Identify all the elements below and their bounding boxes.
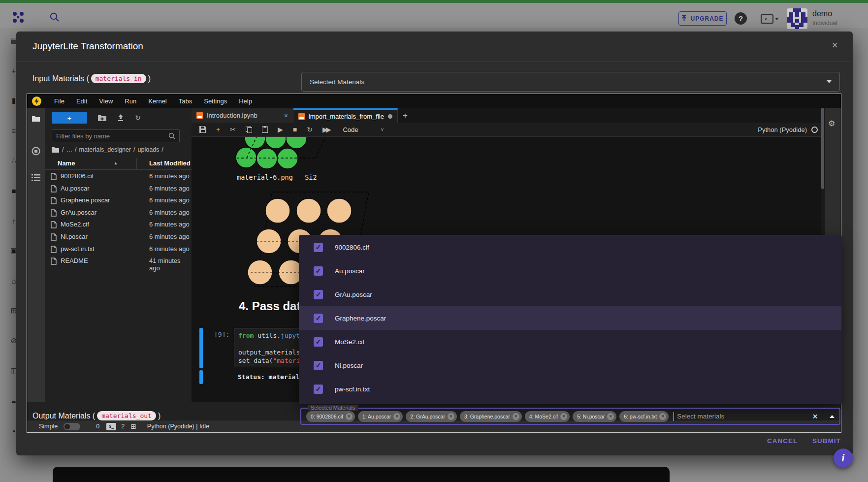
table-row[interactable]: 9002806.cif6 minutes ago bbox=[45, 170, 192, 183]
help-button[interactable]: ? bbox=[735, 12, 747, 25]
material-chip[interactable]: 6: pw-scf.in.txt× bbox=[619, 411, 669, 422]
dropdown-option[interactable]: ✓Ni.poscar bbox=[299, 353, 841, 377]
menu-edit[interactable]: Edit bbox=[70, 97, 93, 105]
chip-delete-icon[interactable]: × bbox=[346, 413, 353, 420]
table-row[interactable]: README41 minutes ago bbox=[45, 255, 192, 267]
table-row[interactable]: Graphene.poscar6 minutes ago bbox=[45, 194, 192, 207]
output-materials-select[interactable]: Selected Materials 0: 9002806.cif×1: Au.… bbox=[300, 408, 840, 425]
dropdown-option[interactable]: ✓pw-scf.in.txt bbox=[299, 377, 841, 401]
gear-icon[interactable]: ⚙ bbox=[828, 119, 835, 128]
menu-help[interactable]: Help bbox=[233, 97, 258, 105]
table-row[interactable]: Ni.poscar6 minutes ago bbox=[45, 231, 192, 243]
material-chip[interactable]: 2: GrAu.poscar× bbox=[406, 411, 457, 422]
close-icon[interactable]: × bbox=[284, 112, 288, 120]
tab-introduction[interactable]: Introduction.ipynb × bbox=[192, 108, 293, 123]
selected-materials-select[interactable]: Selected Materials bbox=[301, 72, 840, 92]
menu-view[interactable]: View bbox=[93, 97, 119, 105]
menu-file[interactable]: File bbox=[48, 97, 70, 105]
save-icon[interactable] bbox=[199, 126, 206, 133]
table-row[interactable]: GrAu.poscar6 minutes ago bbox=[45, 207, 192, 219]
material-chip[interactable]: 5: Ni.poscar× bbox=[573, 411, 616, 422]
copy-icon[interactable] bbox=[246, 126, 252, 133]
stop-icon[interactable]: ■ bbox=[293, 126, 297, 133]
table-row[interactable]: Au.poscar6 minutes ago bbox=[45, 183, 192, 195]
close-icon[interactable]: × bbox=[832, 40, 838, 51]
chip-delete-icon[interactable]: × bbox=[448, 413, 454, 420]
info-fab-button[interactable]: i bbox=[834, 449, 853, 468]
column-name[interactable]: Name bbox=[58, 160, 75, 167]
new-tab-button[interactable]: + bbox=[398, 108, 413, 123]
folder-icon[interactable] bbox=[52, 147, 59, 153]
new-launcher-button[interactable]: + bbox=[52, 112, 87, 124]
breadcrumb-segment[interactable]: materials_designer bbox=[79, 146, 131, 153]
brand-logo-icon[interactable] bbox=[12, 11, 25, 24]
running-kernels-tab-icon[interactable] bbox=[31, 146, 41, 156]
kernel-status-text[interactable]: Python (Pyodide) | Idle bbox=[147, 423, 209, 430]
dropdown-option[interactable]: ✓9002806.cif bbox=[299, 235, 841, 259]
cell-selected-bar[interactable] bbox=[199, 328, 203, 368]
file-icon bbox=[51, 233, 57, 241]
cell-type-select[interactable]: Code bbox=[343, 126, 358, 133]
chevron-up-icon[interactable] bbox=[830, 415, 835, 418]
scrollbar-thumb[interactable] bbox=[821, 108, 824, 189]
material-chip[interactable]: 1: Au.poscar× bbox=[358, 411, 403, 422]
select-input[interactable]: Select materials bbox=[677, 413, 809, 420]
checkbox-checked-icon[interactable]: ✓ bbox=[314, 361, 323, 370]
output-selected-bar[interactable] bbox=[199, 370, 203, 384]
checkbox-checked-icon[interactable]: ✓ bbox=[314, 385, 323, 394]
material-chip[interactable]: 3: Graphene.poscar× bbox=[460, 411, 522, 422]
run-all-icon[interactable]: ▶▶ bbox=[322, 126, 329, 133]
user-name[interactable]: demo bbox=[812, 9, 832, 18]
breadcrumb-segment[interactable]: … bbox=[66, 146, 72, 153]
clear-all-icon[interactable]: × bbox=[812, 411, 818, 422]
search-icon[interactable] bbox=[49, 12, 60, 23]
user-avatar[interactable] bbox=[787, 8, 807, 29]
menu-tabs[interactable]: Tabs bbox=[173, 97, 198, 105]
upgrade-button[interactable]: UPGRADE bbox=[678, 11, 727, 26]
filter-files-input[interactable]: Filter files by name bbox=[52, 129, 180, 142]
chip-delete-icon[interactable]: × bbox=[659, 413, 666, 420]
material-chip[interactable]: 4: MoSe2.cif× bbox=[525, 411, 570, 422]
checkbox-checked-icon[interactable]: ✓ bbox=[314, 243, 323, 252]
checkbox-checked-icon[interactable]: ✓ bbox=[314, 314, 323, 323]
upload-icon[interactable] bbox=[117, 114, 124, 121]
dropdown-option[interactable]: ✓Graphene.poscar bbox=[299, 306, 841, 330]
console-menu-button[interactable]: >_ bbox=[761, 13, 782, 24]
menu-run[interactable]: Run bbox=[119, 97, 142, 105]
restart-kernel-icon[interactable]: ↻ bbox=[307, 126, 313, 133]
chip-delete-icon[interactable]: × bbox=[607, 413, 614, 420]
tab-import-materials[interactable]: import_materials_from_file bbox=[293, 108, 398, 123]
paste-icon[interactable] bbox=[262, 126, 268, 133]
cancel-button[interactable]: CANCEL bbox=[767, 437, 798, 445]
dropdown-option[interactable]: ✓MoSe2.cif bbox=[299, 330, 841, 353]
checkbox-checked-icon[interactable]: ✓ bbox=[314, 266, 323, 276]
menu-kernel[interactable]: Kernel bbox=[142, 97, 173, 105]
table-of-contents-tab-icon[interactable] bbox=[31, 173, 41, 183]
checkbox-checked-icon[interactable]: ✓ bbox=[314, 290, 323, 299]
dropdown-option[interactable]: ✓GrAu.poscar bbox=[299, 283, 841, 306]
material-chip[interactable]: 0: 9002806.cif× bbox=[306, 411, 355, 422]
sort-ascending-icon[interactable]: ▲ bbox=[114, 161, 118, 165]
column-last-modified[interactable]: Last Modified bbox=[149, 160, 191, 167]
search-icon bbox=[168, 132, 175, 139]
chip-delete-icon[interactable]: × bbox=[393, 413, 400, 420]
table-row[interactable]: pw-scf.in.txt6 minutes ago bbox=[45, 243, 192, 256]
insert-cell-icon[interactable]: + bbox=[216, 126, 220, 133]
submit-button[interactable]: SUBMIT bbox=[812, 437, 841, 445]
checkbox-checked-icon[interactable]: ✓ bbox=[314, 337, 323, 347]
dropdown-option[interactable]: ✓Au.poscar bbox=[299, 259, 841, 283]
breadcrumb-segment[interactable]: uploads bbox=[138, 146, 160, 153]
menu-settings[interactable]: Settings bbox=[198, 97, 233, 105]
refresh-icon[interactable]: ↻ bbox=[135, 114, 141, 122]
kernel-indicator[interactable]: Python (Pyodide) bbox=[758, 123, 818, 137]
table-row[interactable]: MoSe2.cif6 minutes ago bbox=[45, 219, 192, 231]
simple-mode-toggle[interactable] bbox=[64, 423, 80, 430]
new-folder-icon[interactable] bbox=[98, 115, 106, 121]
kernels-count[interactable]: 2 bbox=[121, 423, 125, 430]
chip-delete-icon[interactable]: × bbox=[560, 413, 567, 420]
chip-delete-icon[interactable]: × bbox=[513, 413, 519, 420]
cut-icon[interactable]: ✂ bbox=[230, 126, 236, 133]
file-browser-tab-icon[interactable] bbox=[31, 114, 41, 124]
terminals-count[interactable]: 0 bbox=[96, 423, 99, 430]
run-icon[interactable]: ▶ bbox=[278, 126, 283, 133]
